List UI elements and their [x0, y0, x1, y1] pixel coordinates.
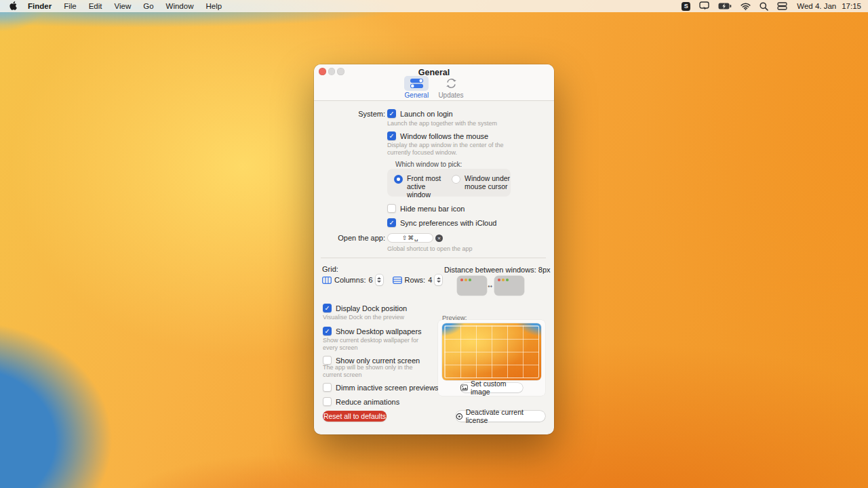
rows-stepper[interactable] [435, 274, 442, 285]
refresh-icon [446, 78, 457, 89]
stepper-down-icon[interactable] [377, 281, 381, 283]
wifi-menu-item[interactable] [738, 3, 753, 10]
menu-view[interactable]: View [108, 2, 138, 10]
radio-window-under-control[interactable] [452, 175, 460, 184]
mini-close-icon [460, 279, 463, 281]
deactivate-license-button[interactable]: Deactivate current license [456, 411, 545, 422]
deactivate-license-label: Deactivate current license [466, 408, 545, 424]
menu-help[interactable]: Help [199, 2, 228, 10]
set-custom-image-button[interactable]: Set custom image [460, 383, 523, 392]
menu-edit[interactable]: Edit [83, 2, 108, 10]
menu-window[interactable]: Window [160, 2, 200, 10]
menubar-menus: Finder File Edit View Go Window Help [0, 1, 228, 12]
dimm-previews-label: Dimm inactive screen previews [336, 384, 439, 392]
reset-defaults-label: Reset all to defaults [323, 412, 386, 420]
shortcut-value: ⇧⌘␣ [402, 235, 418, 241]
stage-manager-menu-item[interactable] [775, 2, 789, 10]
menubar-status: S Wed 4. Jan 17:15 [679, 1, 868, 11]
distance-label: Distance between windows: 8px [444, 266, 551, 274]
launch-on-login-sub: Launch the app together with the system [387, 120, 497, 127]
clear-icon: ✕ [437, 236, 441, 241]
display-dock-label: Display Dock position [336, 304, 407, 312]
window-follows-mouse-label: Window follows the mouse [400, 132, 488, 140]
which-window-label: Which window to pick: [395, 161, 462, 168]
battery-menu-item[interactable] [716, 3, 734, 9]
search-icon [760, 2, 768, 11]
show-wallpapers-row: ✓ Show Desktop wallpapers [323, 327, 422, 336]
check-icon: ✓ [389, 220, 395, 226]
stepper-up-icon[interactable] [377, 277, 381, 279]
columns-stepper[interactable] [376, 274, 383, 285]
window-follows-mouse-sub: Display the app window in the center of … [387, 142, 521, 157]
rows-label: Rows: [405, 276, 426, 284]
display-dock-row: ✓ Display Dock position [323, 304, 407, 312]
apple-icon [9, 1, 17, 10]
spotlight-menu-item[interactable] [757, 2, 770, 11]
check-icon: ✓ [325, 305, 330, 312]
menu-go[interactable]: Go [137, 2, 159, 10]
window-picker-menu-item[interactable] [697, 1, 711, 11]
s-badge-menu-item[interactable]: S [679, 2, 692, 11]
launch-on-login-label: Launch on login [400, 110, 453, 118]
columns-label: Columns: [334, 276, 366, 284]
dimm-previews-row: Dimm inactive screen previews [323, 383, 439, 392]
check-icon: ✓ [325, 328, 330, 335]
radio-front-most[interactable]: Front most active window [394, 174, 449, 199]
mini-zoom-icon [469, 279, 471, 281]
columns-value: 6 [368, 276, 372, 284]
menu-file[interactable]: File [58, 2, 83, 10]
window-cursor-icon [699, 1, 709, 11]
set-custom-image-label: Set custom image [471, 380, 523, 396]
only-current-screen-sub: The app will be shown only in the curren… [323, 364, 425, 379]
radio-front-most-control[interactable] [394, 175, 403, 184]
window-follows-mouse-checkbox[interactable]: ✓ [387, 131, 396, 140]
show-wallpapers-checkbox[interactable]: ✓ [323, 327, 332, 336]
tab-general[interactable]: General [404, 76, 429, 99]
columns-icon [322, 277, 332, 284]
menubar-clock[interactable]: Wed 4. Jan 17:15 [794, 2, 861, 10]
check-icon: ✓ [389, 133, 395, 140]
menubar: Finder File Edit View Go Window Help S [0, 0, 868, 12]
titlebar[interactable]: General General Updates [314, 64, 554, 101]
dimm-previews-checkbox[interactable] [323, 383, 332, 392]
rows-icon [393, 277, 402, 284]
launch-on-login-checkbox[interactable]: ✓ [387, 109, 396, 118]
reduce-animations-row: Reduce animations [323, 397, 399, 406]
menubar-app-name[interactable]: Finder [22, 2, 58, 10]
grid-overlay [444, 325, 539, 378]
distance-preview-window-right [494, 276, 524, 296]
open-app-sub: Global shortcut to open the app [387, 245, 473, 253]
display-dock-checkbox[interactable]: ✓ [323, 304, 332, 312]
section-divider [321, 258, 546, 258]
wallpaper-preview-thumbnail [442, 323, 541, 380]
tab-updates-label: Updates [438, 92, 463, 99]
reset-defaults-button[interactable]: Reset all to defaults [323, 411, 387, 422]
desktop: Finder File Edit View Go Window Help S [0, 0, 868, 488]
system-label: System: [314, 110, 385, 118]
menubar-date: Wed 4. Jan [797, 2, 836, 10]
hide-menubar-icon-label: Hide menu bar icon [400, 205, 465, 213]
deactivate-icon [456, 413, 463, 420]
tab-updates[interactable]: Updates [438, 76, 463, 99]
sync-icloud-row: ✓ Sync preferences with iCloud [387, 218, 496, 227]
picture-icon [460, 384, 468, 391]
window-follows-mouse-row: ✓ Window follows the mouse [387, 131, 488, 140]
shortcut-clear-button[interactable]: ✕ [435, 235, 443, 242]
sync-icloud-checkbox[interactable]: ✓ [387, 218, 396, 227]
distance-preview-window-left [457, 276, 487, 296]
apple-menu[interactable] [9, 1, 22, 12]
open-app-label: Open the app: [314, 234, 385, 242]
shortcut-field[interactable]: ⇧⌘␣ [387, 233, 433, 243]
stepper-down-icon[interactable] [437, 281, 441, 283]
hide-menubar-icon-row: Hide menu bar icon [387, 204, 465, 213]
windows-stack-icon [777, 2, 787, 10]
reduce-animations-checkbox[interactable] [323, 397, 332, 406]
hide-menubar-icon-checkbox[interactable] [387, 204, 396, 213]
gap-arrows-icon: ↔ [488, 283, 493, 289]
check-icon: ✓ [389, 110, 395, 117]
radio-window-under[interactable]: Window under mouse cursor [452, 174, 512, 190]
grid-label: Grid: [322, 265, 338, 273]
stepper-up-icon[interactable] [437, 277, 441, 279]
reduce-animations-label: Reduce animations [336, 398, 399, 406]
battery-charging-icon [718, 3, 732, 9]
